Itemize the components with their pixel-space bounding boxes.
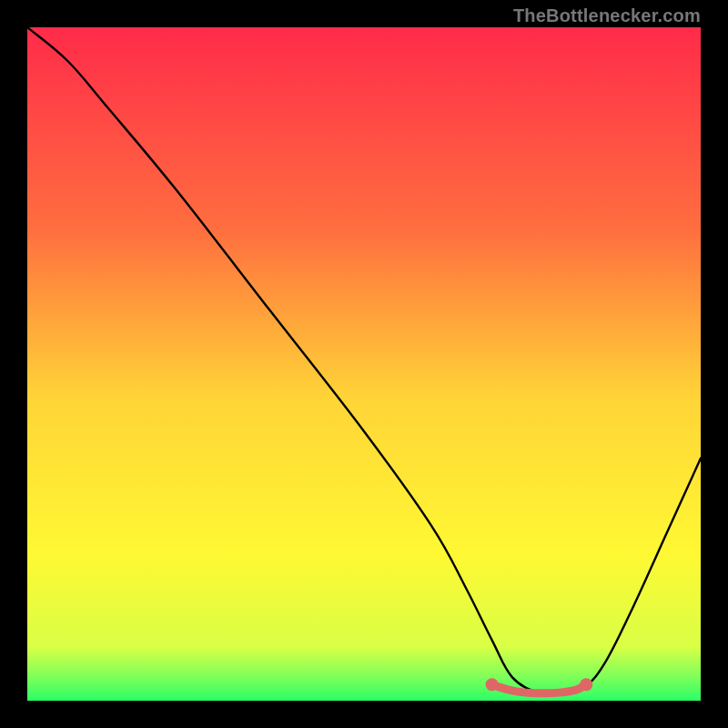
svg-point-1 (580, 678, 592, 691)
svg-point-0 (486, 678, 499, 691)
chart-frame (27, 27, 701, 701)
bottleneck-chart (27, 27, 701, 701)
gradient-background (27, 27, 701, 701)
watermark-text: TheBottlenecker.com (513, 5, 701, 26)
